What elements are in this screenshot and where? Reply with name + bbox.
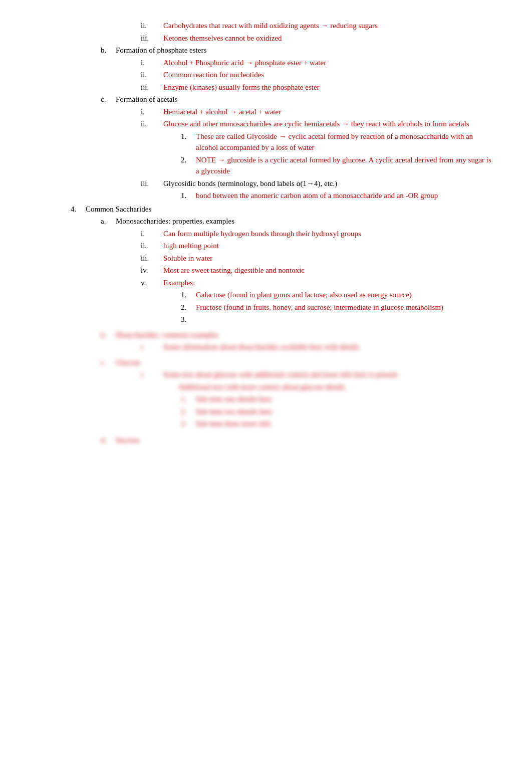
list-item: b. Formation of phosphate esters (41, 45, 491, 56)
list-item: 2. NOTE → glucoside is a cyclic acetal f… (41, 154, 491, 177)
list-text: Fructose (found in fruits, honey, and su… (196, 302, 491, 313)
list-label: i. (141, 228, 163, 240)
list-item: d. Sucrose (101, 435, 491, 446)
list-label: iii. (141, 178, 163, 189)
list-label: i. (141, 369, 163, 380)
blurred-sub: i. Some text about glucose with addition… (101, 369, 491, 430)
list-text: These are called Glycoside → cyclic acet… (196, 131, 491, 153)
list-text: Can form multiple hydrogen bonds through… (163, 228, 491, 240)
list-text: Ketones themselves cannot be oxidized (163, 33, 491, 44)
list-text (196, 314, 491, 325)
list-item: 3. (41, 314, 491, 325)
list-label: b. (101, 45, 116, 56)
list-label: 2. (181, 154, 196, 177)
list-label: iii. (141, 82, 163, 93)
list-text: Some information about disaccharides ava… (163, 341, 491, 353)
list-text: Common reaction for nucleotides (163, 69, 491, 81)
list-item: ii. Glucose and other monosaccharides ar… (41, 118, 491, 130)
list-item: 1. Galactose (found in plant gums and la… (41, 289, 491, 301)
blurred-section-c: c. Glucose i. Some text about glucose wi… (41, 357, 491, 430)
list-label: ii. (141, 20, 163, 32)
list-item: iv. Most are sweet tasting, digestible a… (41, 265, 491, 276)
list-text: Enzyme (kinases) usually forms the phosp… (163, 82, 491, 93)
list-label: 1. (181, 190, 196, 202)
list-item: v. Examples: (41, 277, 491, 289)
blurred-section-b: b. Disaccharides: common examples i. Som… (41, 329, 491, 353)
list-item: Additional text with more context about … (141, 381, 491, 393)
list-item: a. Monosaccharides: properties, examples (41, 216, 491, 227)
list-label: v. (141, 277, 163, 289)
list-item: i. Some information about disaccharides … (141, 341, 491, 353)
list-item: ii. high melting point (41, 240, 491, 252)
list-label: c. (101, 94, 116, 105)
list-label: iii. (141, 253, 163, 264)
list-text: Soluble in water (163, 253, 491, 264)
list-text: Glycosidic bonds (terminology, bond labe… (163, 178, 491, 189)
list-text: Sub item two details here (196, 406, 491, 418)
list-label: iii. (141, 33, 163, 44)
list-label: ii. (141, 240, 163, 252)
list-label (163, 381, 178, 393)
document-content: ii. Carbohydrates that react with mild o… (41, 20, 491, 446)
list-label: b. (101, 329, 116, 341)
list-item: i. Alcohol + Phosphoric acid → phosphate… (41, 57, 491, 69)
blurred-sub: i. Some information about disaccharides … (101, 341, 491, 353)
list-label: 3. (181, 314, 196, 325)
list-item: 2. Fructose (found in fruits, honey, and… (41, 302, 491, 313)
list-text: Sucrose (116, 435, 491, 446)
list-text: Galactose (found in plant gums and lacto… (196, 289, 491, 301)
list-text: Monosaccharides: properties, examples (116, 216, 491, 227)
list-label: i. (141, 57, 163, 69)
list-item: iii. Glycosidic bonds (terminology, bond… (41, 178, 491, 189)
list-item: i. Can form multiple hydrogen bonds thro… (41, 228, 491, 240)
list-text: Formation of acetals (116, 94, 491, 105)
list-item: 1. bond between the anomeric carbon atom… (41, 190, 491, 202)
list-item: ii. Common reaction for nucleotides (41, 69, 491, 81)
list-item: c. Formation of acetals (41, 94, 491, 105)
list-label: i. (141, 106, 163, 118)
list-label: ii. (141, 118, 163, 130)
list-text: Additional text with more context about … (178, 381, 491, 393)
list-item: i. Hemiacetal + alcohol → acetal + water (41, 106, 491, 118)
list-label: 2. (181, 302, 196, 313)
list-text: Formation of phosphate esters (116, 45, 491, 56)
list-text: Sub item one details here (196, 394, 491, 405)
list-text: Sub item three more info (196, 418, 491, 430)
list-item: ii. Carbohydrates that react with mild o… (41, 20, 491, 32)
list-text: Alcohol + Phosphoric acid → phosphate es… (163, 57, 491, 69)
list-text: Disaccharides: common examples (116, 329, 491, 341)
list-item: iii. Enzyme (kinases) usually forms the … (41, 82, 491, 93)
list-label: iv. (141, 265, 163, 276)
list-item: c. Glucose (101, 357, 491, 368)
list-text: Examples: (163, 277, 491, 289)
high-melting-point-text: high melting point (163, 240, 491, 252)
list-text: Glucose and other monosaccharides are cy… (163, 118, 491, 130)
list-text: bond between the anomeric carbon atom of… (196, 190, 491, 202)
list-item: 4. Common Saccharides (41, 204, 491, 215)
list-label: 1. (181, 131, 196, 153)
list-text: Common Saccharides (86, 204, 491, 215)
list-item: i. Some text about glucose with addition… (141, 369, 491, 380)
list-text: Some text about glucose with additional … (163, 369, 491, 380)
list-item: 1. Sub item one details here (181, 394, 491, 405)
list-label: 4. (71, 204, 86, 215)
list-label: a. (101, 216, 116, 227)
list-label: 1. (181, 289, 196, 301)
list-item: 3. Sub item three more info (181, 418, 491, 430)
list-label: c. (101, 357, 116, 368)
list-item: iii. Soluble in water (41, 253, 491, 264)
list-text: NOTE → glucoside is a cyclic acetal form… (196, 154, 491, 177)
list-label: 3. (181, 418, 196, 430)
blurred-section-d: d. Sucrose (41, 435, 491, 446)
list-text: Hemiacetal + alcohol → acetal + water (163, 106, 491, 118)
list-label: 1. (181, 394, 196, 405)
blurred-subsub: 1. Sub item one details here 2. Sub item… (141, 394, 491, 430)
list-label: d. (101, 435, 116, 446)
list-text: Carbohydrates that react with mild oxidi… (163, 20, 491, 32)
list-item: 1. These are called Glycoside → cyclic a… (41, 131, 491, 153)
list-item: 2. Sub item two details here (181, 406, 491, 418)
list-item: iii. Ketones themselves cannot be oxidiz… (41, 33, 491, 44)
list-label: ii. (141, 69, 163, 81)
list-label: 2. (181, 406, 196, 418)
list-label: i. (141, 341, 163, 353)
